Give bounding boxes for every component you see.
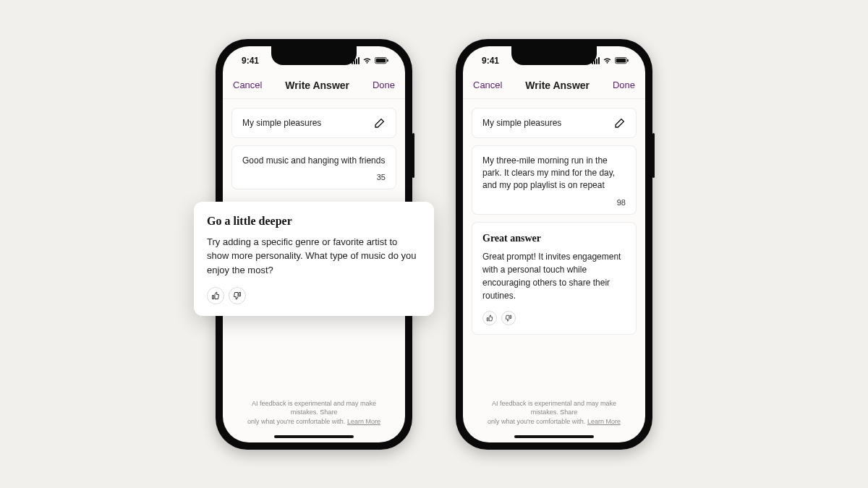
prompt-text: My simple pleasures [482,118,561,128]
disclaimer-line2: only what you're comfortable with. [488,418,585,425]
content-area: My simple pleasures My three-mile mornin… [463,99,645,442]
feedback-card: Great answer Great prompt! It invites en… [472,222,637,335]
svg-rect-5 [627,59,629,61]
feedback-title: Great answer [482,233,626,244]
home-indicator [514,435,594,438]
nav-bar: Cancel Write Answer Done [463,75,645,99]
disclaimer: AI feedback is experimental and may make… [463,399,645,427]
done-button[interactable]: Done [613,80,635,90]
svg-rect-2 [387,59,388,61]
prompt-card[interactable]: My simple pleasures [231,108,396,138]
done-button[interactable]: Done [373,80,395,90]
phone-screen: 9:41 Cancel Write Answer Done My simple … [463,46,645,442]
notch [271,46,357,65]
edit-icon[interactable] [374,117,386,129]
status-time: 9:41 [242,56,259,66]
nav-bar: Cancel Write Answer Done [223,75,405,99]
cancel-button[interactable]: Cancel [233,80,262,90]
learn-more-link[interactable]: Learn More [347,418,380,425]
answer-text: Good music and hanging with friends [242,155,386,167]
thumbs-down-button[interactable] [501,311,516,325]
prompt-card[interactable]: My simple pleasures [472,108,637,138]
feedback-body: Great prompt! It invites engagement with… [482,250,626,302]
disclaimer: AI feedback is experimental and may make… [223,399,405,427]
learn-more-link[interactable]: Learn More [587,418,621,425]
wifi-icon [362,57,372,64]
notch [511,46,597,65]
thumbs-down-button[interactable] [229,287,246,304]
wifi-icon [603,57,612,64]
status-right [592,57,629,64]
status-right [352,57,389,64]
feedback-body: Try adding a specific genre or favorite … [207,235,421,278]
feedback-actions [207,287,421,304]
phone-right: 9:41 Cancel Write Answer Done My simple … [456,39,652,450]
feedback-card: Go a little deeper Try adding a specific… [194,202,434,317]
disclaimer-line1: AI feedback is experimental and may make… [492,400,616,416]
char-count: 98 [482,198,626,207]
battery-icon [375,57,389,64]
thumbs-up-button[interactable] [207,287,224,304]
thumbs-up-button[interactable] [482,311,497,325]
edit-icon[interactable] [614,117,626,129]
disclaimer-line2: only what you're comfortable with. [247,418,345,425]
answer-card[interactable]: Good music and hanging with friends 35 [231,145,396,189]
svg-rect-4 [616,58,626,62]
char-count: 35 [242,173,386,181]
disclaimer-line1: AI feedback is experimental and may make… [252,400,376,416]
battery-icon [615,57,629,64]
answer-card[interactable]: My three-mile morning run in the park. I… [472,145,637,215]
feedback-title: Go a little deeper [207,215,421,228]
nav-title: Write Answer [525,80,590,91]
home-indicator [274,435,354,438]
phone-left: 9:41 Cancel Write Answer Done My simple … [216,39,412,450]
status-time: 9:41 [482,56,499,66]
nav-title: Write Answer [285,80,349,91]
cancel-button[interactable]: Cancel [473,80,502,90]
prompt-text: My simple pleasures [242,118,321,128]
feedback-actions [482,311,626,325]
phone-frame: 9:41 Cancel Write Answer Done My simple … [456,39,652,450]
svg-rect-1 [376,58,386,62]
answer-text: My three-mile morning run in the park. I… [482,155,626,192]
